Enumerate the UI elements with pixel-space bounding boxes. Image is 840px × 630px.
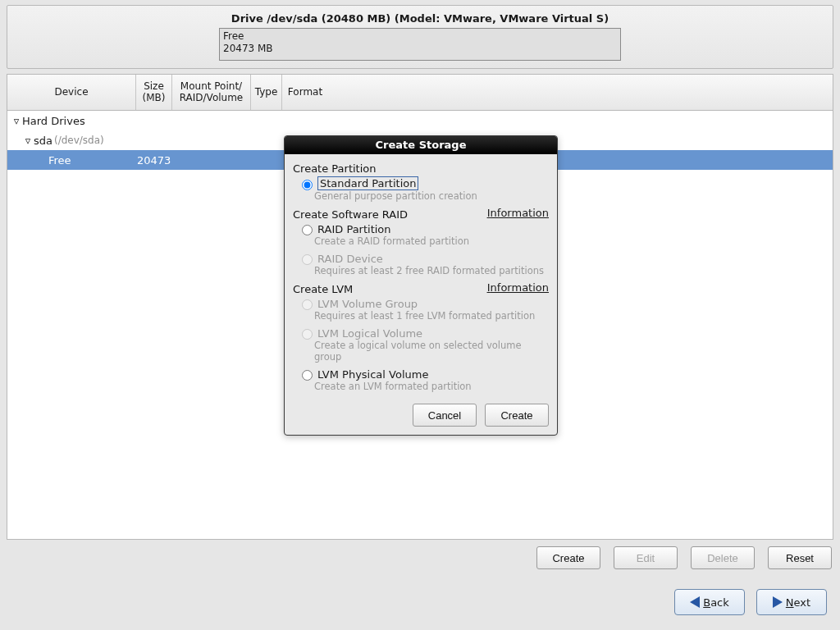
option-standard-partition[interactable]: Standard Partition: [293, 175, 549, 190]
next-button[interactable]: Next: [756, 589, 827, 615]
label-lvm-pv: LVM Physical Volume: [317, 368, 428, 381]
partition-table: Device Size (MB) Mount Point/ RAID/Volum…: [7, 74, 833, 540]
lvm-information-link[interactable]: Information: [487, 281, 549, 294]
radio-raid-partition[interactable]: [302, 225, 313, 235]
col-device[interactable]: Device: [7, 75, 136, 110]
table-actions: Create Edit Delete Reset: [0, 546, 832, 569]
tree-row-hard-drives[interactable]: ▿ Hard Drives: [7, 111, 833, 130]
hint-lvm-vg: Requires at least 1 free LVM formated pa…: [293, 310, 549, 325]
reset-button[interactable]: Reset: [768, 546, 832, 569]
radio-standard-partition[interactable]: [302, 180, 313, 190]
create-partition-button[interactable]: Create: [536, 546, 600, 569]
section-create-lvm: Create LVM: [293, 283, 353, 295]
next-label: Next: [786, 596, 810, 609]
col-mount[interactable]: Mount Point/ RAID/Volume: [172, 75, 251, 110]
arrow-left-icon: [690, 596, 700, 608]
drive-free-size: 20473 MB: [223, 43, 617, 55]
label-raid-device: RAID Device: [317, 253, 383, 265]
raid-information-link[interactable]: Information: [487, 207, 549, 219]
option-lvm-lv: LVM Logical Volume: [293, 325, 549, 340]
wizard-nav: Back Next: [674, 589, 827, 615]
hint-raid-device: Requires at least 2 free RAID formated p…: [293, 265, 549, 280]
edit-button: Edit: [614, 546, 678, 569]
tree-label: Hard Drives: [22, 115, 85, 127]
radio-raid-device: [302, 254, 313, 265]
option-lvm-pv[interactable]: LVM Physical Volume: [293, 366, 549, 381]
hint-standard-partition: General purpose partition creation: [293, 190, 549, 205]
option-lvm-vg: LVM Volume Group: [293, 295, 549, 310]
hint-lvm-lv: Create a logical volume on selected volu…: [293, 340, 549, 366]
hint-raid-partition: Create a RAID formated partition: [293, 235, 549, 250]
tree-label: Free: [48, 154, 71, 167]
back-button[interactable]: Back: [674, 589, 745, 615]
create-button[interactable]: Create: [485, 404, 549, 427]
expander-icon[interactable]: ▿: [11, 115, 22, 127]
section-create-raid: Create Software RAID: [293, 208, 408, 221]
create-storage-dialog: Create Storage Create Partition Standard…: [284, 135, 558, 436]
option-raid-partition[interactable]: RAID Partition: [293, 221, 549, 235]
arrow-right-icon: [773, 596, 783, 608]
label-lvm-lv: LVM Logical Volume: [317, 327, 422, 340]
tree-size: 20473: [137, 154, 171, 167]
drive-free-block[interactable]: Free 20473 MB: [219, 28, 621, 61]
back-label: Back: [703, 596, 729, 609]
expander-icon[interactable]: ▿: [22, 135, 34, 147]
col-size[interactable]: Size (MB): [136, 75, 172, 110]
col-type[interactable]: Type: [251, 75, 282, 110]
drive-summary: Drive /dev/sda (20480 MB) (Model: VMware…: [7, 5, 833, 69]
radio-lvm-vg: [302, 299, 313, 310]
radio-lvm-pv[interactable]: [302, 370, 313, 381]
tree-label: sda: [34, 135, 52, 147]
hint-lvm-pv: Create an LVM formated partition: [293, 381, 549, 395]
section-create-partition: Create Partition: [293, 162, 549, 175]
delete-button: Delete: [691, 546, 755, 569]
label-standard-partition: Standard Partition: [317, 176, 418, 190]
dialog-title: Create Storage: [285, 136, 557, 154]
label-raid-partition: RAID Partition: [317, 223, 391, 235]
table-header: Device Size (MB) Mount Point/ RAID/Volum…: [7, 75, 833, 111]
drive-free-label: Free: [223, 30, 617, 43]
drive-title: Drive /dev/sda (20480 MB) (Model: VMware…: [231, 12, 609, 25]
cancel-button[interactable]: Cancel: [413, 404, 477, 427]
col-format[interactable]: Format: [282, 75, 328, 110]
radio-lvm-lv: [302, 329, 313, 340]
tree-path: (/dev/sda): [52, 135, 104, 146]
label-lvm-vg: LVM Volume Group: [317, 298, 418, 310]
option-raid-device: RAID Device: [293, 250, 549, 265]
